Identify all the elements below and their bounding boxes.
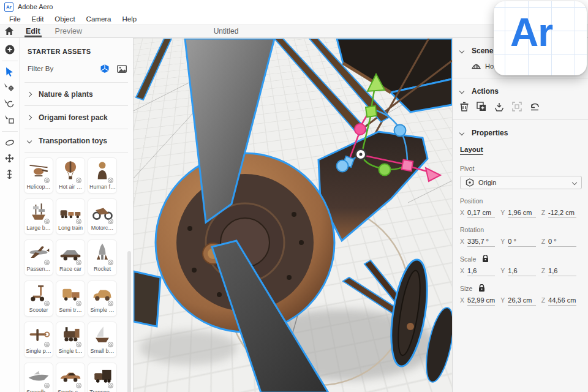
axis-value[interactable]: 1,96 cm bbox=[508, 209, 535, 218]
axis-field[interactable]: Y 0 ° bbox=[500, 238, 535, 247]
3d-viewport[interactable] bbox=[134, 38, 452, 392]
asset-card[interactable]: Long train bbox=[56, 198, 85, 235]
menu-item[interactable]: Help bbox=[117, 15, 143, 23]
asset-card[interactable]: Sports c… bbox=[56, 363, 85, 392]
asset-card[interactable]: Single t… bbox=[56, 322, 85, 358]
asset-category[interactable]: Nature & plants bbox=[20, 83, 133, 105]
move-cursor-icon bbox=[4, 83, 15, 93]
asset-label: Transpo… bbox=[88, 389, 116, 392]
asset-card[interactable]: Passen… bbox=[24, 239, 53, 276]
asset-card[interactable]: Helicop… bbox=[24, 157, 53, 194]
axis-field[interactable]: Y 26,3 cm bbox=[500, 296, 535, 306]
drop-to-surface-button[interactable] bbox=[2, 167, 18, 182]
menu-item[interactable]: Object bbox=[49, 15, 80, 23]
assets-scrollbar[interactable] bbox=[127, 251, 131, 392]
asset-card[interactable]: Scooter bbox=[24, 281, 53, 317]
assets-panel-title: STARTER ASSETS bbox=[20, 38, 133, 55]
asset-card[interactable]: Rocket bbox=[88, 239, 117, 276]
asset-card[interactable]: Human f… bbox=[88, 157, 117, 194]
mode-tab[interactable]: Preview bbox=[48, 24, 89, 37]
axis-value[interactable]: 44,56 cm bbox=[548, 296, 576, 306]
asset-card[interactable]: Transpo… bbox=[88, 363, 117, 392]
lock-icon[interactable] bbox=[482, 255, 489, 263]
pivot-label: Pivot bbox=[460, 165, 588, 172]
orbit-camera-button[interactable] bbox=[2, 135, 18, 150]
properties-section-header[interactable]: Properties bbox=[453, 120, 588, 137]
axis-field[interactable]: X 335,7 ° bbox=[460, 238, 495, 247]
axis-field[interactable]: Z 0 ° bbox=[541, 238, 576, 247]
gizmo-x-knob[interactable] bbox=[355, 124, 366, 135]
axis-value[interactable]: 0,17 cm bbox=[467, 209, 495, 218]
property-group: Position X 0,17 cm bbox=[453, 197, 588, 218]
3d-badge-icon bbox=[76, 260, 81, 265]
scale-tool-button[interactable] bbox=[2, 112, 18, 127]
asset-label: Passen… bbox=[24, 266, 53, 272]
gizmo-rotate-knob[interactable] bbox=[394, 125, 406, 137]
menu-item[interactable]: Edit bbox=[26, 15, 50, 23]
axis-value[interactable]: 0 ° bbox=[508, 238, 535, 247]
fuselage[interactable] bbox=[318, 132, 428, 241]
lower-wing[interactable] bbox=[134, 271, 160, 326]
pivot-dropdown[interactable]: Origin bbox=[460, 176, 582, 189]
gizmo-x-handle[interactable] bbox=[402, 160, 413, 172]
gizmo-z-knob[interactable] bbox=[337, 160, 349, 172]
axis-field[interactable]: Z 44,56 cm bbox=[541, 296, 576, 306]
asset-label: Single t… bbox=[56, 348, 85, 354]
filter-image-button[interactable] bbox=[117, 65, 127, 73]
menu-item[interactable]: Camera bbox=[81, 15, 117, 23]
chevron-down-icon bbox=[459, 48, 464, 53]
asset-card[interactable]: Speedb… bbox=[24, 363, 53, 392]
asset-category[interactable]: Transportation toys bbox=[20, 129, 133, 152]
axis-field[interactable]: X 1,6 bbox=[460, 267, 495, 276]
rotate-tool-button[interactable] bbox=[2, 96, 18, 111]
gizmo-y-handle[interactable] bbox=[366, 106, 377, 117]
axis-field[interactable]: Z 1,6 bbox=[541, 267, 576, 276]
duplicate-button[interactable] bbox=[477, 102, 486, 111]
asset-category[interactable]: Origami forest pack bbox=[20, 106, 133, 129]
axis-field[interactable]: Y 1,6 bbox=[500, 267, 535, 276]
axis-value[interactable]: -12,2 cm bbox=[548, 209, 576, 218]
lock-icon[interactable] bbox=[478, 284, 485, 292]
axis-field[interactable]: X 52,99 cm bbox=[460, 296, 495, 306]
add-asset-button[interactable] bbox=[2, 42, 18, 57]
axis-value[interactable]: 1,6 bbox=[508, 267, 535, 276]
axis-value[interactable]: 335,7 ° bbox=[467, 238, 495, 247]
axis-value[interactable]: 0 ° bbox=[548, 238, 576, 247]
mode-tab[interactable]: Edit bbox=[18, 24, 48, 37]
asset-card[interactable]: Hot air … bbox=[56, 157, 85, 194]
gizmo-x-arrow[interactable] bbox=[426, 168, 440, 181]
category-label: Transportation toys bbox=[39, 137, 107, 145]
axis-field[interactable]: Y 1,96 cm bbox=[500, 209, 535, 218]
gizmo-y-knob[interactable] bbox=[379, 164, 391, 176]
layout-tab[interactable]: Layout bbox=[460, 146, 483, 155]
axis-value[interactable]: 1,6 bbox=[467, 267, 495, 276]
actions-title: Actions bbox=[472, 87, 499, 96]
import-button[interactable] bbox=[494, 102, 504, 111]
duplicate-icon bbox=[477, 102, 486, 111]
fit-button[interactable] bbox=[512, 102, 522, 111]
move-tool-button[interactable] bbox=[2, 80, 18, 96]
menu-item[interactable]: File bbox=[4, 15, 26, 23]
actions-section-header[interactable]: Actions bbox=[453, 78, 588, 96]
axis-field[interactable]: Z -12,2 cm bbox=[541, 209, 576, 218]
home-button[interactable] bbox=[0, 24, 18, 37]
filter-3d-button[interactable] bbox=[100, 64, 110, 74]
asset-card[interactable]: Semi tr… bbox=[56, 281, 85, 317]
axis-field[interactable]: X 0,17 cm bbox=[460, 209, 495, 218]
axis-value[interactable]: 26,3 cm bbox=[508, 296, 535, 306]
axis-value[interactable]: 1,6 bbox=[548, 267, 576, 276]
asset-card[interactable]: Small b… bbox=[88, 322, 117, 358]
asset-card[interactable]: Race car bbox=[56, 239, 85, 276]
select-tool-button[interactable] bbox=[2, 64, 18, 80]
asset-card[interactable]: Large b… bbox=[24, 198, 53, 235]
pan-camera-button[interactable] bbox=[2, 151, 18, 166]
scale-cursor-icon bbox=[5, 115, 15, 124]
axis-value[interactable]: 52,99 cm bbox=[467, 296, 495, 306]
asset-card[interactable]: Motorc… bbox=[88, 198, 117, 235]
axis-label: Y bbox=[500, 267, 505, 274]
delete-button[interactable] bbox=[460, 102, 469, 111]
asset-card[interactable]: Simple … bbox=[88, 281, 117, 317]
undo-button[interactable] bbox=[530, 102, 540, 111]
axis-label: Z bbox=[541, 238, 545, 245]
asset-card[interactable]: Single p… bbox=[24, 322, 53, 358]
